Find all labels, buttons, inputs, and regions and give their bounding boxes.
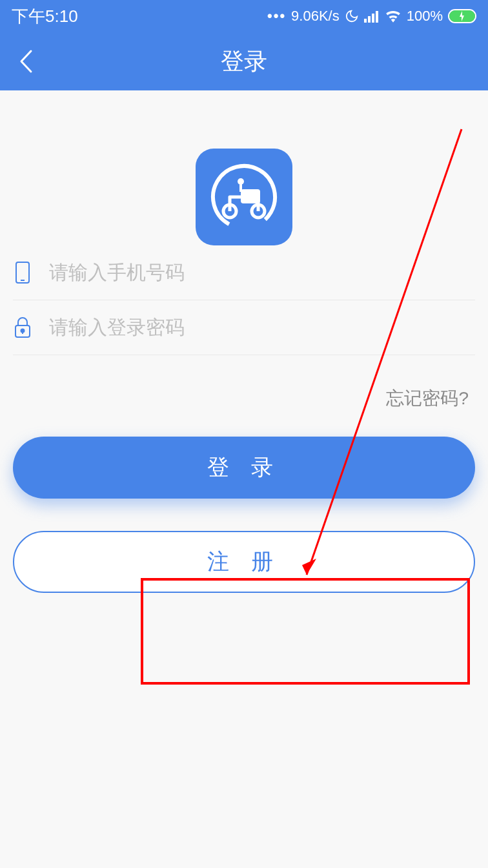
- phone-input[interactable]: [49, 262, 475, 284]
- do-not-disturb-icon: [345, 9, 359, 23]
- nav-bar: 登录: [0, 32, 488, 90]
- svg-rect-2: [372, 14, 374, 23]
- status-bar: 下午5:10 ••• 9.06K/s 100%: [0, 0, 488, 32]
- svg-point-8: [238, 178, 244, 185]
- password-input[interactable]: [49, 316, 475, 338]
- network-speed: 9.06K/s: [291, 8, 340, 25]
- back-button[interactable]: [13, 48, 39, 74]
- app-logo: [196, 149, 292, 245]
- forgot-password-link[interactable]: 忘记密码?: [386, 388, 469, 408]
- svg-rect-1: [368, 16, 371, 23]
- annotation-highlight-box: [141, 578, 470, 685]
- svg-rect-7: [241, 189, 260, 203]
- battery-icon: [448, 9, 476, 23]
- battery-percent: 100%: [407, 8, 443, 25]
- forgot-password-row: 忘记密码?: [13, 355, 475, 411]
- signal-icon: [364, 10, 380, 23]
- password-input-group: [13, 300, 475, 355]
- phone-icon: [13, 261, 32, 284]
- wifi-icon: [385, 10, 402, 23]
- login-button[interactable]: 登 录: [13, 437, 475, 499]
- svg-rect-0: [364, 19, 367, 23]
- status-time: 下午5:10: [12, 5, 78, 28]
- phone-input-group: [13, 245, 475, 300]
- svg-rect-3: [376, 11, 378, 23]
- lock-icon: [13, 316, 32, 339]
- status-indicators: ••• 9.06K/s 100%: [267, 8, 476, 25]
- more-dots-icon: •••: [267, 8, 286, 25]
- login-form: 忘记密码? 登 录 注 册: [0, 149, 488, 593]
- svg-point-13: [21, 329, 25, 333]
- page-title: 登录: [0, 46, 488, 78]
- register-button[interactable]: 注 册: [13, 531, 475, 593]
